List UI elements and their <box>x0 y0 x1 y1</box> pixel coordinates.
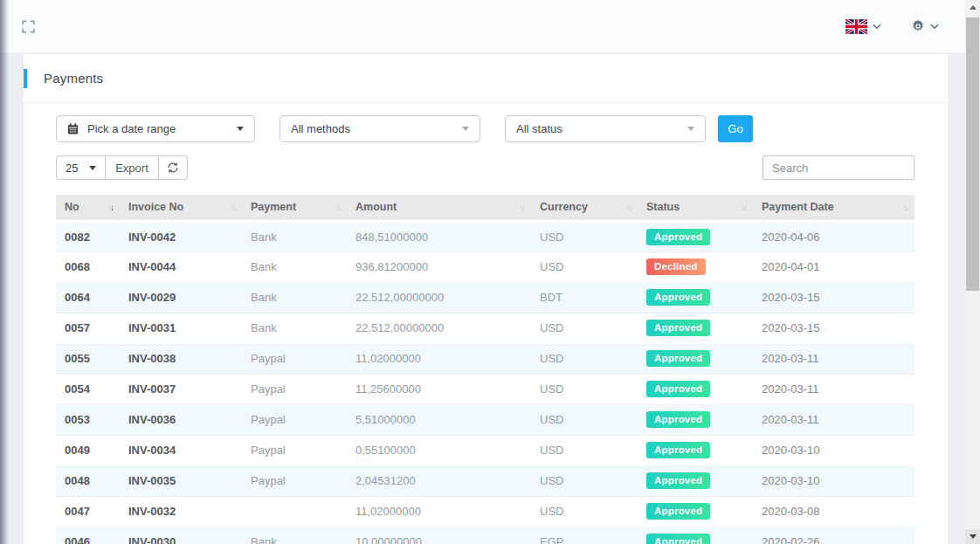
chevron-down-icon <box>930 24 939 30</box>
cell-date: 2020-03-15 <box>753 313 914 343</box>
cell-cur: BDT <box>531 282 638 313</box>
status-select[interactable]: All status <box>505 115 706 142</box>
cell-status: Approved <box>638 527 753 544</box>
column-header-amount[interactable]: Amount↑↓ <box>347 195 531 221</box>
cell-no: 0048 <box>56 465 120 496</box>
cell-status: Approved <box>638 282 753 313</box>
column-label: Invoice No <box>128 201 183 213</box>
cell-date: 2020-02-26 <box>753 527 914 544</box>
column-header-payment[interactable]: Payment↑↓ <box>242 195 347 221</box>
cell-cur: EGP <box>531 527 638 544</box>
scrollbar-thumb[interactable] <box>966 17 979 291</box>
refresh-button[interactable] <box>159 155 188 180</box>
cell-pay: Bank <box>242 221 347 251</box>
topbar <box>0 0 965 52</box>
cell-cur: USD <box>531 221 638 251</box>
column-header-status[interactable]: Status↑↓ <box>638 195 753 221</box>
card-title-row: Payments <box>24 54 948 103</box>
cell-date: 2020-03-11 <box>753 374 914 404</box>
status-badge: Approved <box>646 350 710 367</box>
cell-date: 2020-03-10 <box>753 435 914 465</box>
column-header-currency[interactable]: Currency↑↓ <box>531 195 638 221</box>
cell-cur: USD <box>531 435 638 465</box>
table-actions-group: 25 Export <box>56 155 188 180</box>
status-badge: Approved <box>646 534 710 544</box>
cell-no: 0055 <box>56 343 120 374</box>
calendar-icon <box>67 123 79 134</box>
table-row: 0047INV-003211,02000000USDApproved2020-0… <box>56 496 914 527</box>
scroll-down-button[interactable] <box>965 529 980 544</box>
column-label: Amount <box>355 201 397 213</box>
table-row: 0048INV-0035Paypal2,04531200USDApproved2… <box>56 465 914 496</box>
triangle-down-icon <box>970 534 977 539</box>
status-badge: Approved <box>646 472 710 489</box>
column-label: No <box>65 201 79 213</box>
column-label: Payment <box>251 201 296 213</box>
column-header-invoice-no[interactable]: Invoice No↑↓ <box>120 195 242 221</box>
scroll-up-button[interactable] <box>965 0 980 15</box>
column-header-payment-date[interactable]: Payment Date↑↓ <box>753 195 914 221</box>
cell-amt: 22.512,00000000 <box>347 282 531 313</box>
cell-amt: 848,51000000 <box>347 221 531 251</box>
uk-flag-icon <box>845 19 867 34</box>
status-badge: Approved <box>646 320 710 336</box>
toolbar-row: 25 Export <box>56 155 914 180</box>
cell-inv: INV-0042 <box>120 221 242 251</box>
page-title: Payments <box>44 71 103 86</box>
cell-inv: INV-0038 <box>120 343 242 374</box>
cell-amt: 0,55100000 <box>347 435 531 465</box>
sort-icon: ↑↓ <box>741 203 746 212</box>
column-label: Currency <box>540 201 588 213</box>
table-row: 0054INV-0037Paypal11,25600000USDApproved… <box>56 374 914 404</box>
cell-pay: Paypal <box>242 435 347 465</box>
chevron-down-icon <box>873 24 881 30</box>
cell-pay: Paypal <box>242 404 347 435</box>
cell-pay: Paypal <box>242 343 347 374</box>
go-button[interactable]: Go <box>718 115 753 142</box>
cell-inv: INV-0044 <box>120 251 242 282</box>
language-dropdown[interactable] <box>845 19 881 34</box>
cell-no: 0046 <box>56 527 120 544</box>
methods-select[interactable]: All methods <box>280 115 480 142</box>
cell-date: 2020-03-10 <box>753 465 914 496</box>
cell-status: Approved <box>638 404 753 435</box>
cell-amt: 10,00000000 <box>347 527 531 544</box>
sort-icon: ↑↓ <box>519 203 524 212</box>
page-size-select[interactable]: 25 <box>56 155 106 180</box>
export-button[interactable]: Export <box>106 155 159 180</box>
cell-cur: USD <box>531 496 638 527</box>
cell-inv: INV-0035 <box>120 465 242 496</box>
cell-status: Approved <box>638 343 753 374</box>
cell-pay: Bank <box>242 313 347 343</box>
cell-no: 0047 <box>56 496 120 527</box>
status-badge: Approved <box>646 381 710 397</box>
fullscreen-toggle-button[interactable] <box>19 17 37 35</box>
cell-status: Approved <box>638 313 753 343</box>
date-range-picker[interactable]: Pick a date range <box>56 115 255 142</box>
cell-cur: USD <box>531 404 638 435</box>
cell-date: 2020-04-01 <box>753 251 914 282</box>
filters-row: Pick a date range All methods All status… <box>56 115 914 142</box>
payments-card: Payments Pick a da <box>24 54 948 544</box>
caret-down-icon <box>89 166 96 170</box>
cell-no: 0082 <box>56 221 120 251</box>
settings-dropdown[interactable] <box>911 19 939 33</box>
table-row: 0049INV-0034Paypal0,55100000USDApproved2… <box>56 435 914 465</box>
column-header-no[interactable]: No↑↓ <box>56 195 120 221</box>
cell-pay <box>242 496 347 527</box>
cell-cur: USD <box>531 251 638 282</box>
vertical-scrollbar[interactable] <box>965 0 980 544</box>
status-badge: Approved <box>646 503 710 520</box>
search-input[interactable] <box>763 155 914 180</box>
status-badge: Approved <box>646 229 710 245</box>
cell-pay: Paypal <box>242 374 347 404</box>
sort-icon: ↑↓ <box>230 203 235 212</box>
gear-icon <box>911 19 925 33</box>
cell-inv: INV-0032 <box>120 496 242 527</box>
table-row: 0064INV-0029Bank22.512,00000000BDTApprov… <box>56 282 914 313</box>
cell-cur: USD <box>531 313 638 343</box>
cell-status: Approved <box>638 374 753 404</box>
page-size-value: 25 <box>66 162 78 175</box>
cell-no: 0049 <box>56 435 120 465</box>
cell-amt: 22.512,00000000 <box>347 313 531 343</box>
